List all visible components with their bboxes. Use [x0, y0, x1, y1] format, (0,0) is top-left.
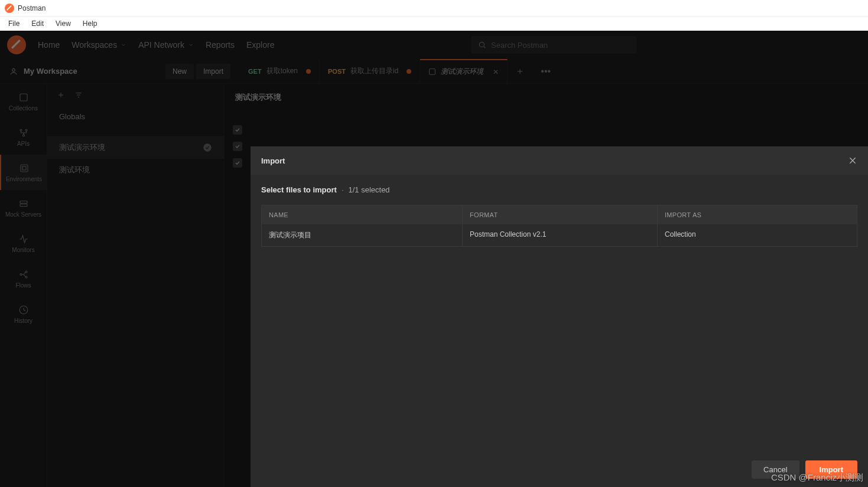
menu-edit[interactable]: Edit [25, 18, 50, 29]
svg-rect-12 [20, 201, 27, 203]
sidebar-item-apis[interactable]: APIs [0, 119, 47, 155]
col-header-import-as: IMPORT AS [658, 205, 857, 224]
workspace-header: My Workspace New Import GET 获取token POST… [0, 59, 868, 84]
sidebar-item-label: APIs [17, 140, 30, 147]
col-header-format: FORMAT [463, 205, 658, 224]
tab-environment[interactable]: 测试演示环境 ✕ [420, 59, 508, 84]
svg-point-0 [479, 42, 484, 47]
postman-logo-icon[interactable] [7, 35, 26, 54]
add-tab-button[interactable] [508, 59, 532, 84]
svg-rect-10 [21, 165, 28, 172]
search-box[interactable] [471, 36, 636, 54]
postman-logo-icon [5, 4, 14, 13]
svg-line-1 [484, 47, 486, 48]
environments-icon [19, 163, 30, 174]
sidebar-item-label: Flows [15, 282, 31, 289]
apis-icon [18, 128, 29, 138]
col-header-name: NAME [262, 205, 463, 224]
svg-point-9 [22, 135, 24, 136]
menu-view[interactable]: View [50, 18, 77, 29]
modal-header: Import [251, 146, 868, 175]
close-icon[interactable]: ✕ [493, 68, 499, 76]
sidebar-env-item[interactable]: 测试环境 [47, 159, 224, 181]
cell-import-as: Collection [658, 224, 857, 246]
sidebar-nav: Collections APIs Environments Mock Serve… [0, 84, 47, 487]
filter-icon[interactable] [74, 91, 83, 99]
sidebar-item-collections[interactable]: Collections [0, 84, 47, 119]
menu-help[interactable]: Help [77, 18, 103, 29]
close-icon[interactable] [848, 156, 857, 165]
unsaved-dot-icon [306, 69, 311, 74]
import-table: NAME FORMAT IMPORT AS 测试演示项目 Postman Col… [261, 205, 857, 247]
chevron-down-icon [121, 42, 126, 48]
more-icon: ••• [541, 66, 551, 77]
method-badge: POST [328, 68, 346, 75]
menubar: File Edit View Help [0, 17, 868, 31]
flows-icon [18, 269, 29, 280]
nav-workspaces-label: Workspaces [71, 40, 117, 50]
user-icon [9, 67, 18, 76]
new-button[interactable]: New [165, 64, 194, 79]
tab-label: 获取上传目录id [350, 66, 398, 76]
history-icon [18, 305, 29, 315]
nav-explore[interactable]: Explore [246, 40, 274, 50]
cell-name: 测试演示项目 [262, 224, 463, 246]
environment-icon [428, 68, 436, 76]
sidebar-item-monitors[interactable]: Monitors [0, 225, 47, 261]
workspace-name: My Workspace [24, 67, 77, 76]
environment-title: 测试演示环境 [225, 84, 868, 111]
modal-subheading: Select files to import · 1/1 selected [251, 175, 868, 205]
svg-point-15 [25, 271, 27, 273]
workspace-selector[interactable]: My Workspace [0, 67, 165, 76]
menu-file[interactable]: File [2, 18, 25, 29]
collections-icon [18, 92, 29, 103]
svg-point-8 [25, 129, 27, 131]
tab-bar: GET 获取token POST 获取上传目录id 测试演示环境 ✕ ••• [240, 59, 559, 84]
check-icon [235, 127, 240, 133]
sidebar-env-item[interactable]: 测试演示环境 [47, 136, 224, 159]
check-circle-icon [203, 143, 212, 152]
checkbox[interactable] [233, 158, 242, 168]
nav-workspaces[interactable]: Workspaces [71, 40, 126, 50]
nav-reports[interactable]: Reports [206, 40, 235, 50]
tab-label: 获取token [266, 66, 298, 76]
svg-point-7 [20, 129, 22, 131]
checkbox[interactable] [233, 125, 242, 135]
modal-title: Import [261, 156, 285, 165]
sidebar-item-history[interactable]: History [0, 296, 47, 332]
nav-home[interactable]: Home [38, 40, 60, 50]
tab-request-get[interactable]: GET 获取token [240, 59, 320, 84]
selected-count: 1/1 selected [349, 185, 390, 194]
more-tabs-button[interactable]: ••• [532, 59, 559, 84]
sidebar-item-environments[interactable]: Environments [0, 155, 47, 190]
svg-rect-3 [430, 69, 435, 75]
top-navigation: Home Workspaces API Network Reports Expl… [0, 31, 868, 59]
cell-format: Postman Collection v2.1 [463, 224, 658, 246]
nav-api-network[interactable]: API Network [138, 40, 194, 50]
check-icon [235, 143, 240, 149]
chevron-down-icon [188, 42, 194, 48]
checkbox[interactable] [233, 142, 242, 151]
sidebar-item-label: Monitors [12, 247, 34, 253]
sidebar-item-mock-servers[interactable]: Mock Servers [0, 190, 47, 225]
svg-rect-6 [20, 94, 27, 101]
check-icon [235, 160, 240, 166]
sidebar-item-label: Environments [6, 176, 42, 182]
svg-point-14 [20, 273, 22, 275]
sidebar-item-flows[interactable]: Flows [0, 261, 47, 296]
plus-icon[interactable] [57, 91, 65, 99]
search-icon [478, 41, 486, 49]
svg-point-16 [25, 276, 27, 278]
watermark: CSDN @Franciz小测测 [771, 472, 863, 483]
sidebar-env-globals[interactable]: Globals [47, 106, 224, 127]
import-modal: Import Select files to import · 1/1 sele… [251, 146, 868, 487]
sidebar-item-label: Mock Servers [5, 211, 41, 218]
window-titlebar: Postman [0, 0, 868, 17]
search-input[interactable] [491, 41, 629, 50]
table-row[interactable]: 测试演示项目 Postman Collection v2.1 Collectio… [262, 224, 857, 246]
environment-list-toolbar [47, 84, 224, 106]
import-button[interactable]: Import [196, 64, 230, 79]
tab-request-post[interactable]: POST 获取上传目录id [320, 59, 420, 84]
svg-rect-13 [20, 204, 27, 206]
table-header-row: NAME FORMAT IMPORT AS [262, 205, 857, 224]
